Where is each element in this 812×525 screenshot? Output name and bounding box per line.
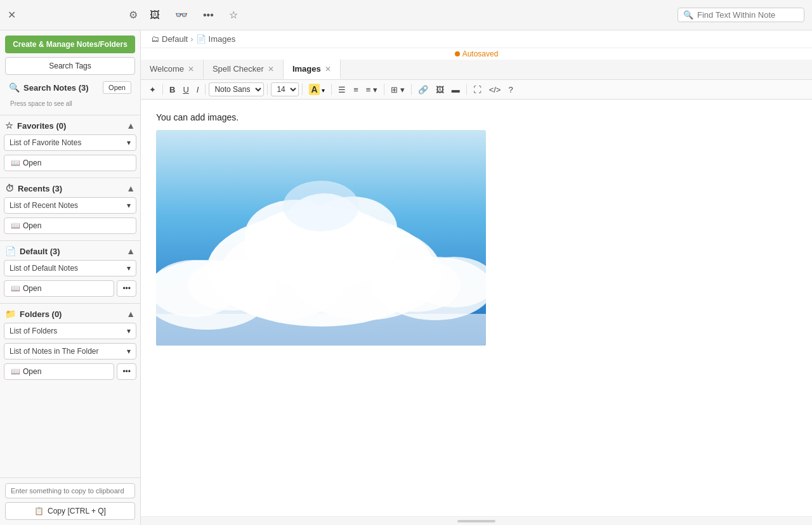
search-notes-open-button[interactable]: Open xyxy=(103,81,131,94)
recents-open-row: 📖 Open xyxy=(0,215,140,239)
font-size-select[interactable]: 14 xyxy=(271,82,299,96)
code-button[interactable]: </> xyxy=(486,83,504,96)
default-section-header[interactable]: 📄 Default (3) ▲ xyxy=(0,242,140,259)
search-tags-button[interactable]: Search Tags xyxy=(5,57,135,75)
folders-list-label: List of Folders xyxy=(10,327,57,335)
breadcrumb: 🗂 Default › 📄 Images xyxy=(141,30,812,48)
folders-more-button[interactable]: ••• xyxy=(117,363,136,380)
tab-spell-checker-label: Spell Checker xyxy=(213,64,264,74)
folders-list-dropdown[interactable]: List of Folders ▾ xyxy=(4,323,136,339)
copy-button[interactable]: 📋 Copy [CTRL + Q] xyxy=(5,502,135,520)
scroll-indicator xyxy=(457,520,495,522)
tab-images-close-button[interactable]: ✕ xyxy=(325,65,331,73)
toolbar-sep-8 xyxy=(466,84,467,95)
editor-area[interactable]: You can add images. xyxy=(141,100,812,516)
copy-icon: 📋 xyxy=(34,507,44,515)
magic-toolbar-button[interactable]: ✦ xyxy=(146,83,159,96)
default-open-button[interactable]: 📖 Open xyxy=(4,280,114,297)
breadcrumb-file-icon: 📄 xyxy=(196,34,206,44)
breadcrumb-folder-icon: 🗂 xyxy=(151,34,159,44)
notes-in-folder-dropdown[interactable]: List of Notes in The Folder ▾ xyxy=(4,343,136,360)
highlight-chevron: ▾ xyxy=(322,87,325,94)
favorites-collapse-button[interactable]: ▲ xyxy=(126,120,135,131)
default-collapse-button[interactable]: ▲ xyxy=(126,246,135,256)
recents-section-header[interactable]: ⏱ Recents (3) ▲ xyxy=(0,179,140,196)
editor-toolbar: ✦ B U I Noto Sans 14 A ▾ ☰ ≡ ≡ ▾ ⊞ ▾ xyxy=(141,80,812,100)
favorites-open-row: 📖 Open xyxy=(0,152,140,176)
folders-label-group: 📁 Folders (0) xyxy=(5,309,62,319)
favorites-list-dropdown[interactable]: List of Favorite Notes ▾ xyxy=(4,134,136,151)
autosaved-label: Autosaved xyxy=(462,49,499,58)
create-manage-button[interactable]: Create & Manage Notes/Folders xyxy=(5,36,135,53)
fullscreen-button[interactable]: ⛶ xyxy=(470,83,485,96)
folders-dropdown-icon: ▾ xyxy=(127,327,131,335)
toolbar-more-button[interactable]: ••• xyxy=(199,7,218,23)
close-button[interactable]: ✕ xyxy=(6,8,17,22)
folders-open-button[interactable]: 📖 Open xyxy=(4,363,114,380)
media-button[interactable]: ▬ xyxy=(449,83,463,96)
help-button[interactable]: ? xyxy=(505,83,516,96)
recents-collapse-button[interactable]: ▲ xyxy=(126,183,135,193)
toolbar-star-button[interactable]: ☆ xyxy=(225,6,242,23)
highlight-button[interactable]: A ▾ xyxy=(306,83,328,96)
default-more-button[interactable]: ••• xyxy=(117,280,136,297)
toolbar-icon2-button[interactable]: 👓 xyxy=(171,6,192,23)
clipboard-input[interactable] xyxy=(5,483,135,498)
autosaved-dot xyxy=(455,51,460,56)
recents-label: Recents (3) xyxy=(18,184,62,193)
bold-button[interactable]: B xyxy=(166,83,178,96)
settings-button[interactable]: ⚙ xyxy=(128,8,139,22)
notes-in-folder-label: List of Notes in The Folder xyxy=(10,347,99,356)
autosaved-bar: Autosaved xyxy=(141,48,812,60)
list-ol-button[interactable]: ≡ xyxy=(350,83,362,96)
align-button[interactable]: ≡ ▾ xyxy=(363,83,381,96)
cloud-svg xyxy=(156,130,486,346)
default-open-row: 📖 Open ••• xyxy=(0,278,140,302)
toolbar-sep-6 xyxy=(384,84,384,95)
tab-spell-checker[interactable]: Spell Checker ✕ xyxy=(204,60,284,79)
folders-collapse-button[interactable]: ▲ xyxy=(126,309,135,319)
font-family-select[interactable]: Noto Sans xyxy=(209,82,264,96)
list-ul-button[interactable]: ☰ xyxy=(335,83,349,96)
divider-4 xyxy=(0,303,140,304)
link-button[interactable]: 🔗 xyxy=(415,83,431,96)
favorites-icon: ☆ xyxy=(5,120,13,131)
default-list-dropdown[interactable]: List of Default Notes ▾ xyxy=(4,260,136,276)
highlight-a-icon: A xyxy=(309,84,319,95)
tab-welcome-label: Welcome xyxy=(150,64,184,74)
search-notes-label: Search Notes (3) xyxy=(23,83,99,93)
search-notes-icon: 🔍 xyxy=(9,82,20,93)
recents-icon: ⏱ xyxy=(5,183,14,193)
divider-2 xyxy=(0,178,140,178)
toolbar-icon1-button[interactable]: 🖼 xyxy=(146,7,164,23)
tab-welcome-close-button[interactable]: ✕ xyxy=(188,65,194,73)
bottom-bar xyxy=(141,516,812,525)
image-button[interactable]: 🖼 xyxy=(433,83,447,96)
toolbar-sep-7 xyxy=(411,84,412,95)
default-label: Default (3) xyxy=(20,247,60,256)
table-button[interactable]: ⊞ ▾ xyxy=(388,83,408,96)
svg-point-15 xyxy=(283,181,359,231)
toolbar-center: 🖼 👓 ••• ☆ xyxy=(146,6,242,23)
clipboard-area: 📋 Copy [CTRL + Q] xyxy=(0,477,140,525)
default-label-group: 📄 Default (3) xyxy=(5,246,60,256)
folders-section-header[interactable]: 📁 Folders (0) ▲ xyxy=(0,305,140,321)
tab-welcome[interactable]: Welcome ✕ xyxy=(141,60,204,79)
recents-label-group: ⏱ Recents (3) xyxy=(5,183,62,193)
find-text-input[interactable] xyxy=(697,10,799,20)
find-text-search[interactable]: 🔍 xyxy=(678,8,804,22)
underline-button[interactable]: U xyxy=(180,83,192,96)
tabs-bar: Welcome ✕ Spell Checker ✕ Images ✕ xyxy=(141,60,812,80)
tab-spell-checker-close-button[interactable]: ✕ xyxy=(268,65,274,73)
search-notes-hint: Press space to see all xyxy=(5,100,135,108)
book-icon-default: 📖 xyxy=(11,284,20,293)
favorites-section-header[interactable]: ☆ Favorites (0) ▲ xyxy=(0,117,140,133)
book-icon-folders: 📖 xyxy=(11,367,20,376)
recents-list-dropdown[interactable]: List of Recent Notes ▾ xyxy=(4,197,136,214)
tab-images[interactable]: Images ✕ xyxy=(284,60,341,79)
favorites-list-label: List of Favorite Notes xyxy=(10,138,81,147)
recents-open-button[interactable]: 📖 Open xyxy=(4,217,136,234)
italic-button[interactable]: I xyxy=(193,83,202,96)
recents-dropdown-icon: ▾ xyxy=(127,201,131,210)
favorites-open-button[interactable]: 📖 Open xyxy=(4,155,136,171)
